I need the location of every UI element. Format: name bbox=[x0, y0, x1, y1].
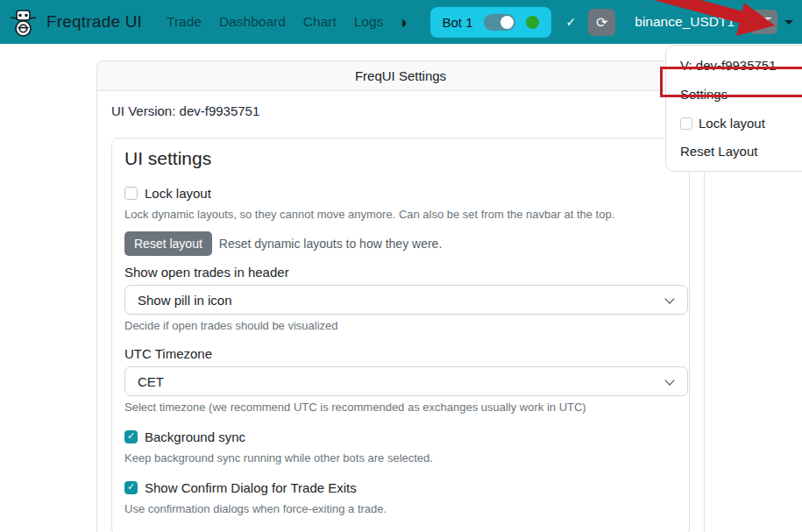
background-sync-description: Keep background sync running while other… bbox=[124, 450, 677, 466]
refresh-icon: ⟳ bbox=[596, 14, 607, 31]
navbar-right: Bot 1 ✓ ⟳ binance_USDT1 FT bbox=[430, 7, 794, 38]
bot-online-toggle[interactable] bbox=[484, 14, 515, 31]
menu-item-settings[interactable]: Settings bbox=[666, 78, 802, 110]
timezone-select[interactable]: CET bbox=[124, 366, 688, 396]
brand[interactable]: Freqtrade UI bbox=[7, 6, 142, 39]
bot-status-dot bbox=[526, 16, 539, 29]
background-sync-row[interactable]: Background sync bbox=[124, 428, 677, 445]
brand-title[interactable]: Freqtrade UI bbox=[46, 12, 142, 32]
toggle-knob bbox=[500, 16, 514, 29]
nav-link-dashboard[interactable]: Dashboard bbox=[210, 7, 295, 37]
open-trades-select[interactable]: Show pill in icon bbox=[124, 285, 688, 315]
menu-item-lock-layout[interactable]: Lock layout bbox=[666, 110, 802, 136]
confirm-dialog-row[interactable]: Show Confirm Dialog for Trade Exits bbox=[124, 479, 677, 496]
nav-links: Trade Dashboard Chart Logs ◑ bbox=[158, 7, 408, 37]
avatar-button[interactable]: FT bbox=[750, 10, 777, 34]
reset-layout-button[interactable]: Reset layout bbox=[124, 231, 212, 256]
background-sync-label: Background sync bbox=[145, 429, 245, 444]
chevron-down-icon bbox=[664, 375, 674, 385]
confirm-dialog-description: Use confirmation dialogs when force-exit… bbox=[124, 501, 677, 517]
confirm-dialog-checkbox[interactable] bbox=[124, 481, 138, 494]
avatar-dropdown-menu: V: dev-f9935751 Settings Lock layout Res… bbox=[665, 45, 802, 172]
lock-layout-menu-checkbox[interactable] bbox=[680, 117, 692, 130]
bot-selector-pill[interactable]: Bot 1 bbox=[430, 7, 551, 38]
check-icon: ✓ bbox=[566, 15, 577, 29]
refresh-button[interactable]: ⟳ bbox=[588, 9, 615, 36]
nav-link-trade[interactable]: Trade bbox=[158, 7, 210, 37]
bot-name-label: Bot 1 bbox=[443, 15, 473, 30]
open-trades-description: Decide if open trades should be visualiz… bbox=[124, 318, 677, 334]
chevron-down-icon[interactable] bbox=[784, 20, 793, 25]
lock-layout-row[interactable]: Lock layout bbox=[124, 184, 677, 202]
nav-link-logs[interactable]: Logs bbox=[345, 7, 393, 37]
reset-layout-row: Reset layout Reset dynamic layouts to ho… bbox=[124, 231, 677, 256]
ui-version-text: UI Version: dev-f9935751 bbox=[111, 103, 690, 118]
lock-layout-checkbox[interactable] bbox=[124, 187, 138, 200]
chevron-down-icon bbox=[664, 294, 674, 303]
open-trades-label: Show open trades in header bbox=[124, 265, 677, 280]
settings-card: FreqUI Settings UI Version: dev-f9935751… bbox=[96, 60, 705, 532]
ui-settings-section: UI settings Lock layout Lock dynamic lay… bbox=[111, 138, 690, 532]
lock-layout-description: Lock dynamic layouts, so they cannot mov… bbox=[124, 207, 677, 223]
open-trades-selected-value: Show pill in icon bbox=[138, 293, 232, 308]
settings-card-header: FreqUI Settings bbox=[97, 61, 704, 91]
freqtrade-logo-icon bbox=[7, 6, 39, 39]
timezone-selected-value: CET bbox=[138, 374, 164, 389]
avatar-initials: FT bbox=[756, 15, 771, 29]
nav-link-chart[interactable]: Chart bbox=[295, 7, 345, 37]
exchange-account-label: binance_USDT1 bbox=[635, 14, 735, 30]
settings-card-body: UI Version: dev-f9935751 UI settings Loc… bbox=[97, 91, 704, 532]
menu-item-version[interactable]: V: dev-f9935751 bbox=[666, 53, 802, 78]
theme-toggle-icon[interactable]: ◑ bbox=[397, 14, 407, 31]
section-heading: UI settings bbox=[124, 145, 677, 172]
menu-item-lock-layout-label: Lock layout bbox=[699, 116, 765, 131]
timezone-description: Select timezone (we recommend UTC is rec… bbox=[124, 400, 677, 415]
lock-layout-label: Lock layout bbox=[145, 186, 211, 201]
confirm-dialog-label: Show Confirm Dialog for Trade Exits bbox=[145, 480, 357, 495]
menu-item-reset-layout[interactable]: Reset Layout bbox=[666, 136, 802, 164]
reset-layout-description: Reset dynamic layouts to how they were. bbox=[219, 237, 442, 251]
timezone-label: UTC Timezone bbox=[124, 346, 677, 361]
background-sync-checkbox[interactable] bbox=[124, 430, 138, 443]
top-navbar: Freqtrade UI Trade Dashboard Chart Logs … bbox=[0, 0, 802, 44]
